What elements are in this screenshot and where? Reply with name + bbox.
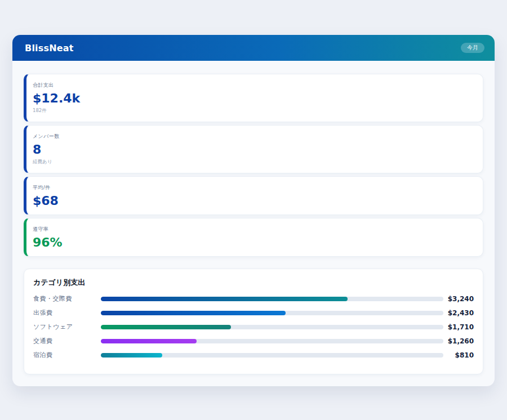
category-row: 交通費$1,260 [33, 334, 474, 348]
category-bar-fill [101, 325, 231, 329]
category-bar-track [101, 325, 443, 329]
stat-subtext: 経費あり [33, 159, 474, 166]
category-bar-track [101, 339, 443, 343]
category-value: $2,430 [447, 309, 474, 317]
stat-value: $68 [33, 194, 474, 208]
category-label: 食費・交際費 [33, 294, 101, 303]
category-label: 出張費 [33, 309, 101, 317]
category-label: ソフトウェア [33, 323, 101, 331]
category-bar-track [101, 353, 443, 358]
stat-card: 遵守率96% [24, 218, 483, 257]
app-title: BlissNeat [25, 43, 74, 53]
category-bar-list: 食費・交際費$3,240出張費$2,430ソフトウェア$1,710交通費$1,2… [33, 292, 474, 362]
dashboard-panel: BlissNeat 今月 合計支出$12.4k182件メンバー数8経費あり平均/… [12, 35, 495, 386]
category-value: $1,710 [447, 323, 474, 331]
category-spend-card: カテゴリ別支出 食費・交際費$3,240出張費$2,430ソフトウェア$1,71… [24, 269, 483, 374]
stat-value: 96% [33, 235, 474, 249]
category-row: 宿泊費$810 [33, 348, 474, 362]
period-badge[interactable]: 今月 [461, 43, 484, 53]
stat-label: 遵守率 [33, 226, 474, 233]
category-row: ソフトウェア$1,710 [33, 320, 474, 334]
category-bar-track [101, 311, 443, 315]
stat-label: 合計支出 [33, 82, 474, 89]
stat-subtext: 182件 [33, 108, 474, 114]
category-bar-fill [101, 297, 348, 301]
stat-label: メンバー数 [33, 133, 474, 140]
category-row: 出張費$2,430 [33, 306, 474, 320]
category-label: 宿泊費 [33, 351, 101, 359]
stat-value: 8 [33, 142, 474, 157]
panel-content: 合計支出$12.4k182件メンバー数8経費あり平均/件$68遵守率96% カテ… [12, 61, 495, 374]
stat-value: $12.4k [33, 91, 474, 105]
stat-label: 平均/件 [33, 184, 474, 191]
stat-card-list: 合計支出$12.4k182件メンバー数8経費あり平均/件$68遵守率96% [24, 74, 483, 257]
app-header: BlissNeat 今月 [12, 35, 495, 61]
stat-card: メンバー数8経費あり [24, 125, 483, 173]
category-bar-fill [101, 311, 286, 315]
stat-card: 平均/件$68 [24, 176, 483, 215]
category-value: $1,260 [447, 337, 474, 345]
category-card-title: カテゴリ別支出 [33, 278, 474, 287]
category-label: 交通費 [33, 337, 101, 345]
category-value: $810 [447, 351, 474, 359]
stat-card: 合計支出$12.4k182件 [24, 74, 483, 122]
category-row: 食費・交際費$3,240 [33, 292, 474, 306]
category-bar-fill [101, 339, 197, 343]
category-value: $3,240 [447, 295, 474, 303]
category-bar-fill [101, 353, 162, 358]
category-bar-track [101, 297, 443, 301]
